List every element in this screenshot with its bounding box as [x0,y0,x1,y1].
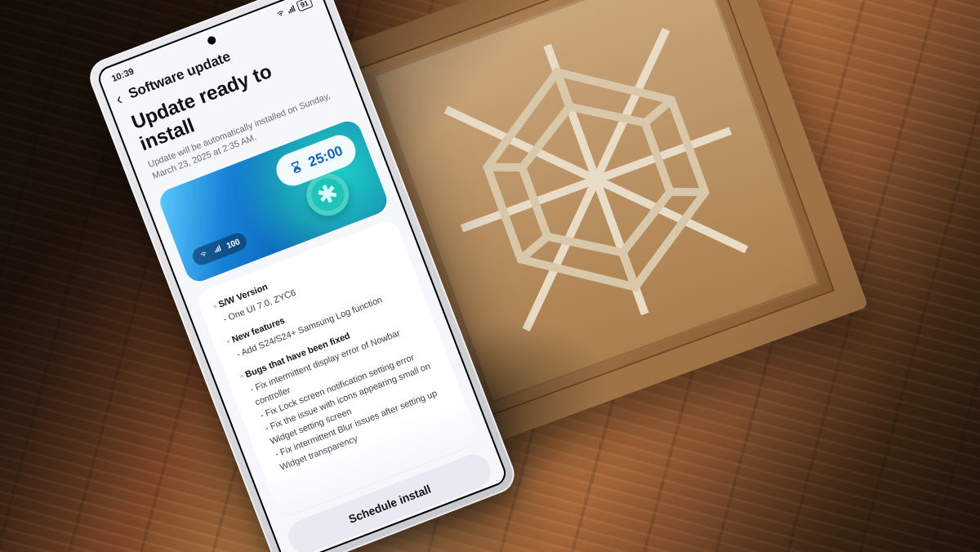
banner-status-chip: 100 [190,230,249,267]
banner-signal-caption: 100 [225,237,242,251]
banner-signal-icon [212,243,225,256]
banner-wifi-icon [198,248,211,261]
signal-icon [286,4,297,16]
hourglass-icon [287,158,305,177]
banner-timer: 25:00 [306,143,345,171]
wifi-icon [274,8,286,20]
back-icon[interactable]: ‹ [114,90,124,107]
